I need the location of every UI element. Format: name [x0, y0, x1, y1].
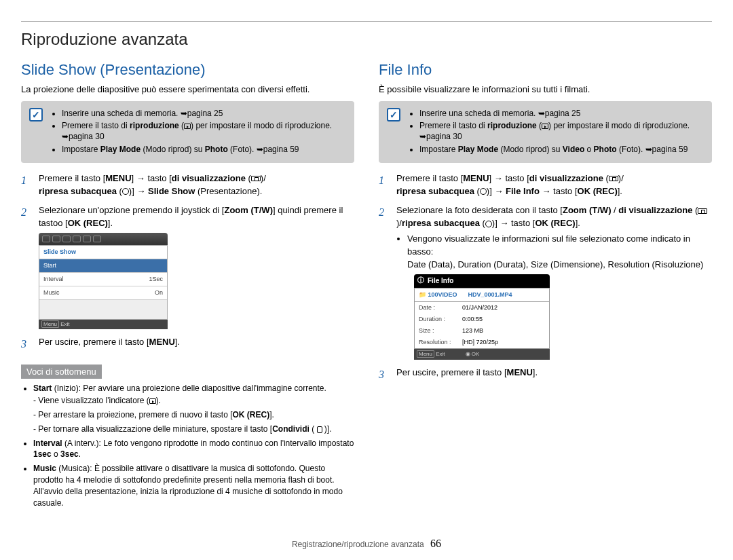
submenu-item: Music (Musica): È possibile attivare o d… [33, 463, 354, 508]
step-3: 3 Per uscire, premere il tasto [MENU]. [379, 367, 712, 382]
menu-row: MusicOn [39, 286, 167, 300]
menu-title: Slide Show [39, 246, 167, 259]
note-box-left: ✓ Inserire una scheda di memoria. ➥pagin… [21, 101, 354, 163]
slideshow-menu-figure: Slide Show Start Interval1Sec MusicOn Me… [39, 233, 168, 329]
note-item: Inserire una scheda di memoria. ➥pagina … [62, 108, 346, 119]
step-2: 2 Selezionare la foto desiderata con il … [379, 204, 712, 360]
step-1: 1 Premere il tasto [MENU] → tasto [di vi… [379, 172, 712, 198]
menu-row: Interval1Sec [39, 273, 167, 286]
note-list: Inserire una scheda di memoria. ➥pagina … [51, 108, 346, 156]
submenu-heading: Voci di sottomenu [21, 365, 102, 379]
menu-row: Start [39, 259, 167, 273]
check-icon: ✓ [387, 108, 400, 122]
underwater-icon [480, 188, 487, 195]
page-title: Riproduzione avanzata [21, 30, 712, 49]
page-number: 66 [430, 538, 441, 549]
section-heading-fileinfo: File Info [379, 61, 712, 79]
step-1: 1 Premere il tasto [MENU] → tasto [di vi… [21, 172, 354, 198]
play-icon [542, 124, 548, 129]
step-3: 3 Per uscire, premere il tasto [MENU]. [21, 336, 354, 352]
display-icon [251, 176, 261, 181]
display-icon [698, 208, 707, 214]
steps-list: 1 Premere il tasto [MENU] → tasto [di vi… [379, 172, 712, 382]
note-item: Impostare Play Mode (Modo riprod) su Vid… [419, 144, 704, 155]
underwater-icon [485, 221, 492, 227]
underwater-icon [122, 188, 129, 195]
left-column: Slide Show (Presentazione) La proiezione… [21, 61, 354, 511]
divider [21, 21, 712, 22]
note-item: Impostare Play Mode (Modo riprod) su Pho… [62, 144, 346, 155]
fileinfo-figure: File Info 100VIDEOHDV_0001.MP4 Date :01/… [414, 274, 550, 360]
step-2: 2 Selezionare un'opzione premendo il joy… [21, 204, 354, 329]
section-heading-slideshow: Slide Show (Presentazione) [21, 61, 354, 79]
manual-page: Riproduzione avanzata Slide Show (Presen… [0, 0, 733, 560]
fileinfo-intro: È possibile visualizzare le informazioni… [379, 84, 712, 94]
steps-list: 1 Premere il tasto [MENU] → tasto [di vi… [21, 172, 354, 352]
note-item: Inserire una scheda di memoria. ➥pagina … [419, 108, 704, 119]
page-footer: Registrazione/riproduzione avanzata 66 [1, 538, 732, 550]
check-icon: ✓ [29, 108, 43, 122]
play-icon [184, 124, 191, 129]
step-bullet: Vengono visualizzate le informazioni sul… [407, 233, 712, 259]
note-item: Premere il tasto di riproduzione () per … [419, 120, 704, 142]
share-icon [317, 426, 322, 433]
columns: Slide Show (Presentazione) La proiezione… [21, 61, 712, 511]
play-icon [149, 398, 156, 404]
right-column: File Info È possibile visualizzare le in… [379, 61, 712, 511]
submenu-list: Start (Inizio): Per avviare una proiezio… [21, 383, 354, 509]
note-item: Premere il tasto di riproduzione () per … [62, 120, 346, 142]
slideshow-intro: La proiezione delle diapositive può esse… [21, 84, 354, 94]
note-list: Inserire una scheda di memoria. ➥pagina … [409, 108, 704, 156]
display-icon [609, 176, 618, 181]
submenu-item: Start (Inizio): Per avviare una proiezio… [33, 383, 354, 435]
note-box-right: ✓ Inserire una scheda di memoria. ➥pagin… [379, 101, 712, 163]
submenu-item: Interval (A interv.): Le foto vengono ri… [33, 438, 354, 461]
